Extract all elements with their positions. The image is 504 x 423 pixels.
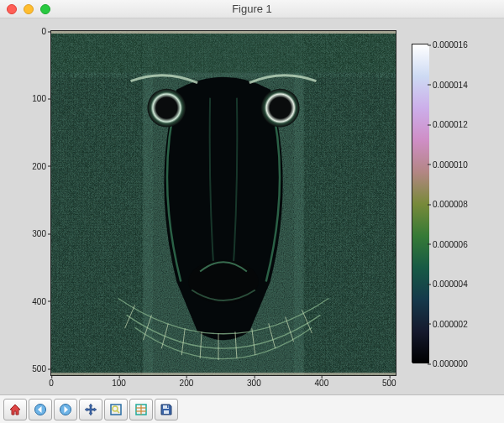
x-tick: 100 [112,379,126,388]
zoom-window-icon[interactable] [40,4,50,14]
zoom-icon [109,403,123,416]
y-tick: 400 [32,296,46,306]
colorbar-tick: 0.000008 [433,200,468,209]
x-tick: 500 [382,379,396,388]
heatmap-image [51,31,396,375]
colorbar-tick: 0.000006 [433,239,468,248]
svg-rect-4 [51,31,396,73]
colorbar-tick: 0.000000 [433,359,468,368]
colorbar-tick: 0.000004 [433,279,468,289]
window-titlebar: Figure 1 [0,0,504,18]
svg-rect-19 [51,31,396,34]
window-controls [0,4,50,14]
y-tick: 300 [32,229,46,238]
x-tick: 0 [49,379,54,388]
colorbar-tick: 0.000014 [433,80,468,89]
save-icon [160,403,173,416]
svg-rect-21 [412,44,429,363]
axes-image[interactable]: 01002003004005000100200300400500 [50,30,396,376]
y-tick: 200 [32,161,46,170]
nav-toolbar [0,394,504,423]
svg-point-5 [147,89,186,128]
colorbar-tick: 0.000010 [433,159,468,169]
x-tick: 200 [180,379,194,388]
svg-rect-2 [51,31,143,375]
home-icon [8,403,22,416]
svg-rect-3 [304,31,396,375]
close-icon[interactable] [7,4,17,14]
colorbar-gradient [412,44,429,363]
y-tick: 0 [41,27,46,36]
y-tick: 100 [32,94,46,103]
y-tick: 500 [32,364,46,373]
window-title: Figure 1 [0,3,504,15]
forward-button[interactable] [54,399,77,420]
colorbar: 0.0000000.0000020.0000040.0000060.000008… [412,44,428,363]
subplots-button[interactable] [129,399,153,420]
colorbar-tick: 0.000002 [433,319,468,328]
x-tick: 300 [247,379,261,388]
forward-icon [59,403,72,416]
x-tick: 400 [315,379,329,388]
svg-line-26 [117,410,119,413]
subplots-icon [134,403,148,416]
pan-icon [84,403,97,416]
pan-button[interactable] [79,399,102,420]
svg-point-6 [261,89,300,128]
colorbar-tick: 0.000016 [433,40,468,50]
colorbar-tick: 0.000012 [433,120,468,129]
zoom-button[interactable] [104,399,128,420]
minimize-icon[interactable] [24,4,34,14]
svg-rect-32 [164,410,169,414]
figure-canvas: 01002003004005000100200300400500 [0,18,504,394]
svg-rect-33 [167,405,169,408]
svg-rect-20 [51,373,396,375]
save-button[interactable] [155,399,178,420]
svg-point-7 [188,260,259,304]
back-button[interactable] [29,399,52,420]
back-icon [34,403,47,416]
home-button[interactable] [3,399,27,420]
